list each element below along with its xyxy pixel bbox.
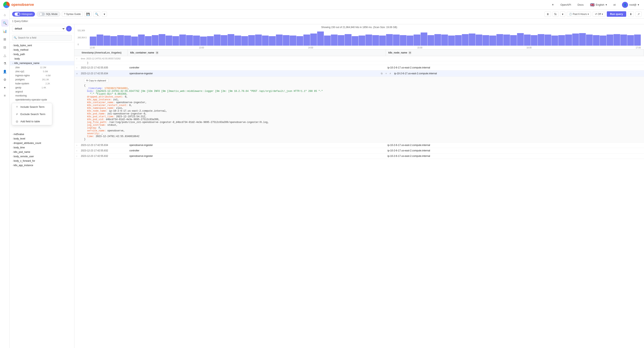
remove-k8s-node-col-btn[interactable]: ✕ bbox=[408, 51, 412, 54]
table-row-header[interactable]: ∨ 2023-12-23 17:42:55.834 openobserve-in… bbox=[74, 70, 644, 76]
exclude-postgres-btn[interactable]: ≠ bbox=[69, 78, 72, 81]
histogram-bar[interactable] bbox=[558, 35, 565, 46]
histogram-bar[interactable] bbox=[503, 34, 510, 46]
sidebar-item-pipelines[interactable]: ⚗ bbox=[1, 60, 8, 67]
search-btn[interactable]: 🔍 bbox=[93, 11, 100, 17]
histogram-bar[interactable] bbox=[524, 34, 530, 46]
histogram-bar[interactable] bbox=[482, 35, 489, 46]
histogram-bar[interactable] bbox=[400, 35, 406, 46]
table-row-header[interactable]: › 2023-12-23 17:42:55.832 controller ip-… bbox=[74, 148, 644, 153]
histogram-bar[interactable] bbox=[193, 35, 200, 46]
sidebar-item-streams[interactable]: ⊟ bbox=[1, 44, 8, 51]
histogram-bar[interactable] bbox=[276, 34, 282, 46]
field-item-body-remote-user[interactable]: › body_remote_user bbox=[10, 154, 74, 159]
exclude-ziox-btn[interactable]: ≠ bbox=[69, 66, 72, 69]
sql-mode-toggle[interactable]: SQL Mode bbox=[36, 11, 60, 17]
context-include-btn[interactable]: = Include Search Term bbox=[12, 103, 52, 110]
histogram-bar[interactable] bbox=[455, 35, 462, 46]
histogram-bar[interactable] bbox=[421, 32, 427, 46]
table-row-header[interactable]: › time: 2023-12-24T01:42:55.8555710282 bbox=[74, 56, 644, 61]
sidebar-item-search[interactable]: 🔍 bbox=[1, 19, 8, 27]
histogram-bar[interactable] bbox=[496, 34, 503, 46]
refresh-selector[interactable]: ↺ Off ▾ bbox=[593, 12, 605, 16]
openapi-link[interactable]: ☀ bbox=[550, 2, 556, 7]
histogram-bar[interactable] bbox=[469, 33, 476, 46]
field-value-ziox[interactable]: ziox 12.2M = ≠ bbox=[10, 65, 74, 69]
field-item-k8s-app-instance[interactable]: › k8s_app_instance bbox=[10, 163, 74, 168]
save-query-btn[interactable]: 💾 bbox=[84, 11, 92, 17]
user-menu[interactable]: 👤 root@ ▾ bbox=[620, 1, 641, 9]
histogram-bar[interactable] bbox=[414, 34, 420, 46]
exclude-kube-btn[interactable]: ≠ bbox=[69, 82, 72, 85]
histogram-bar[interactable] bbox=[248, 35, 255, 46]
histogram-bar[interactable] bbox=[221, 35, 228, 46]
histogram-bar[interactable] bbox=[538, 34, 544, 46]
histogram-toggle[interactable]: Histogram bbox=[12, 12, 35, 16]
context-add-field-btn[interactable]: ◎ Add field to table bbox=[12, 118, 52, 125]
histogram-bar[interactable] bbox=[110, 36, 117, 46]
exclude-zinc-btn[interactable]: ≠ bbox=[69, 70, 72, 73]
histogram-bar[interactable] bbox=[104, 35, 110, 46]
field-value-kube-system[interactable]: kube-system 2.2K = ≠ bbox=[10, 82, 74, 86]
field-item-k8s-namespace[interactable]: ∨ k8s_namespace_name bbox=[10, 61, 74, 65]
table-row-header[interactable]: › 2023-12-23 17:42:55.835 controller ip-… bbox=[74, 65, 644, 70]
histogram-bar[interactable] bbox=[579, 33, 586, 46]
openapi-btn[interactable]: OpenAPI bbox=[559, 2, 573, 7]
run-query-btn[interactable]: Run query bbox=[607, 11, 626, 17]
histogram-bar[interactable] bbox=[310, 33, 317, 46]
histogram-bar[interactable] bbox=[634, 34, 641, 46]
histogram-bar[interactable] bbox=[207, 36, 214, 46]
exclude-geoip-btn[interactable]: ≠ bbox=[69, 86, 72, 89]
copy-row-icon[interactable]: ⧉ bbox=[380, 72, 384, 75]
not-equals-row-icon[interactable]: ≠ bbox=[389, 72, 392, 75]
fx-options-btn[interactable]: ▾ bbox=[560, 11, 565, 17]
histogram-bar[interactable] bbox=[352, 36, 358, 46]
table-row-header[interactable]: › 2023-12-23 17:42:55.834 openobserve-in… bbox=[74, 143, 644, 148]
fx-btn[interactable]: fx bbox=[553, 11, 558, 17]
histogram-bar[interactable] bbox=[228, 34, 234, 46]
remove-k8s-container-col-btn[interactable]: ✕ bbox=[156, 51, 159, 54]
sidebar-item-metrics[interactable]: 📊 bbox=[1, 27, 8, 35]
collapse-panel-btn[interactable]: ‹ bbox=[66, 26, 72, 31]
field-item-dropped-attributes[interactable]: › dropped_attributes_count bbox=[10, 141, 74, 145]
histogram-bar[interactable] bbox=[214, 34, 220, 46]
histogram-bar[interactable] bbox=[393, 34, 400, 46]
time-range-selector[interactable]: 🕐 Past 6 Hours ▾ bbox=[567, 12, 591, 16]
field-value-zinc-cp1[interactable]: zinc-cp1 5.0M = ≠ bbox=[10, 69, 74, 73]
histogram-bar[interactable] bbox=[152, 35, 158, 46]
histogram-bar[interactable] bbox=[324, 35, 331, 46]
histogram-bar[interactable] bbox=[269, 36, 276, 46]
histogram-bar[interactable] bbox=[428, 35, 434, 46]
histogram-bar[interactable] bbox=[96, 34, 103, 46]
histogram-bar[interactable] bbox=[200, 36, 207, 46]
histogram-bar[interactable] bbox=[179, 34, 186, 46]
histogram-bar[interactable] bbox=[358, 35, 365, 46]
histogram-bar[interactable] bbox=[510, 35, 517, 46]
docs-btn[interactable]: Docs bbox=[576, 2, 585, 7]
histogram-bar[interactable] bbox=[166, 35, 172, 46]
histogram-bar[interactable] bbox=[544, 34, 551, 46]
histogram-bar[interactable] bbox=[159, 34, 165, 46]
sidebar-item-settings[interactable]: ⚙ bbox=[1, 76, 8, 83]
more-options-btn[interactable]: ▾ bbox=[102, 11, 107, 17]
histogram-bar[interactable] bbox=[345, 34, 351, 46]
histogram-bar[interactable] bbox=[462, 34, 468, 46]
field-item-body-level[interactable]: › body_level bbox=[10, 137, 74, 141]
histogram-bar[interactable] bbox=[366, 34, 372, 46]
field-search-input[interactable] bbox=[12, 35, 72, 41]
language-selector[interactable]: 🇬🇧 English ▾ bbox=[588, 2, 609, 8]
histogram-bar[interactable] bbox=[372, 35, 379, 46]
histogram-bar[interactable] bbox=[117, 35, 124, 46]
histogram-bar[interactable] bbox=[386, 34, 393, 46]
field-item-k8s-pod-name[interactable]: › k8s_pod_name bbox=[10, 150, 74, 154]
field-value-postgres[interactable]: postgres 261.0K = ≠ bbox=[10, 77, 74, 82]
field-value-argocd[interactable]: argocd = ≠ bbox=[10, 90, 74, 94]
sidebar-item-home[interactable]: ⌂ bbox=[1, 11, 8, 18]
histogram-bar[interactable] bbox=[606, 34, 613, 46]
field-item-body-time[interactable]: › body_time bbox=[10, 145, 74, 150]
context-exclude-btn[interactable]: ≠ Exclude Search Term bbox=[12, 110, 52, 118]
field-item-body-path[interactable]: › body_path bbox=[10, 52, 74, 56]
field-value-geoip[interactable]: geoip 1.4K = ≠ bbox=[10, 86, 74, 90]
sidebar-item-users[interactable]: 👤 bbox=[1, 68, 8, 75]
histogram-bar[interactable] bbox=[296, 36, 303, 46]
